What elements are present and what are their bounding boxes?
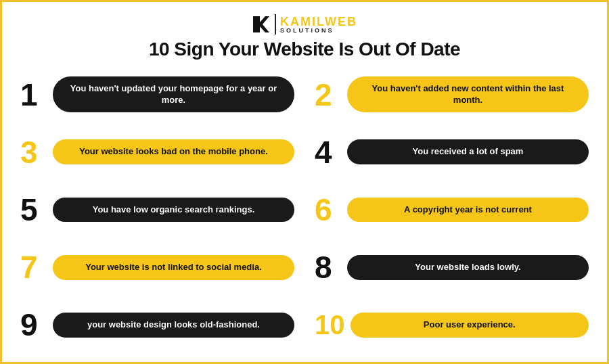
list-item: 2You haven't added new content within th… — [315, 68, 589, 120]
item-pill: Your website looks bad on the mobile pho… — [53, 139, 294, 164]
list-item: 5You have low organic search rankings. — [20, 183, 294, 235]
list-item: 6A copyright year is not current — [315, 183, 589, 235]
page-title: 10 Sign Your Website Is Out Of Date — [149, 39, 460, 60]
item-pill: your website design looks old-fashioned. — [53, 313, 294, 338]
item-pill: Poor user experience. — [351, 313, 589, 338]
item-number: 10 — [315, 311, 345, 338]
logo-icon — [252, 15, 271, 34]
list-item: 7Your website is not linked to social me… — [20, 242, 294, 294]
item-pill: A copyright year is not current — [347, 198, 589, 223]
items-grid: 1You haven't updated your homepage for a… — [20, 68, 589, 351]
main-container: KAMILWEB SOLUTIONS 10 Sign Your Website … — [7, 6, 602, 358]
logo-divider — [275, 14, 276, 35]
list-item: 1You haven't updated your homepage for a… — [20, 68, 294, 120]
item-pill: You received a lot of spam — [347, 139, 589, 164]
item-number: 6 — [315, 194, 342, 225]
list-item: 8Your website loads lowly. — [315, 242, 589, 294]
item-pill: Your website is not linked to social med… — [53, 255, 294, 280]
list-item: 4You received a lot of spam — [315, 126, 589, 178]
item-number: 1 — [20, 79, 47, 110]
logo: KAMILWEB SOLUTIONS — [252, 14, 357, 35]
item-number: 4 — [315, 137, 342, 168]
item-pill: You have low organic search rankings. — [53, 198, 294, 223]
item-number: 2 — [315, 79, 342, 110]
list-item: 10Poor user experience. — [315, 299, 589, 351]
svg-marker-0 — [253, 16, 269, 32]
item-number: 8 — [315, 252, 342, 283]
item-pill: You haven't added new content within the… — [347, 76, 589, 113]
item-number: 5 — [20, 194, 47, 225]
item-number: 3 — [20, 137, 47, 168]
logo-text: KAMILWEB SOLUTIONS — [280, 16, 357, 34]
item-pill: Your website loads lowly. — [347, 255, 589, 280]
logo-solutions: SOLUTIONS — [280, 28, 357, 34]
item-pill: You haven't updated your homepage for a … — [53, 76, 294, 113]
list-item: 9your website design looks old-fashioned… — [20, 299, 294, 351]
list-item: 3Your website looks bad on the mobile ph… — [20, 126, 294, 178]
item-number: 9 — [20, 309, 47, 340]
item-number: 7 — [20, 252, 47, 283]
logo-brand: KAMILWEB — [280, 16, 357, 28]
